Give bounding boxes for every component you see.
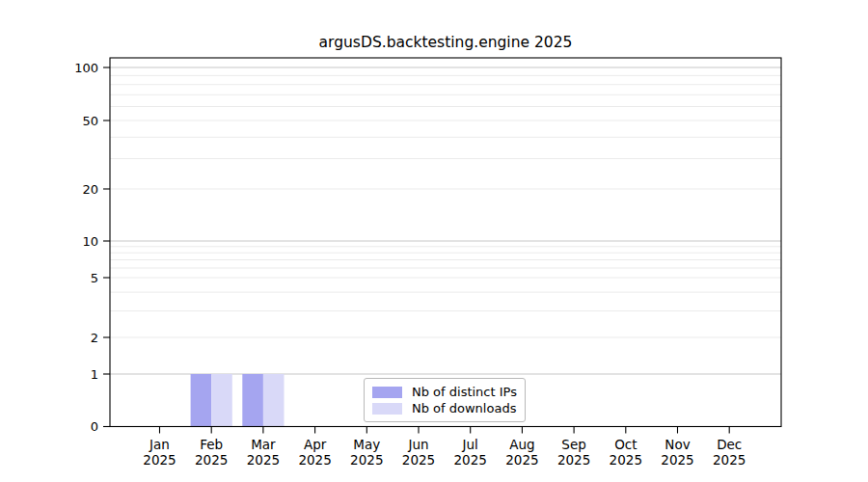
y-gridlines — [110, 67, 781, 374]
y-tick-label-5: 5 — [91, 271, 98, 285]
x-tick-label-jun-2025: Jun2025 — [402, 437, 435, 468]
legend-label-downloads: Nb of downloads — [412, 401, 516, 415]
legend-swatch-downloads — [372, 403, 402, 415]
x-tick-label-apr-2025: Apr2025 — [298, 437, 331, 468]
bars — [191, 374, 285, 427]
y-tick-label-100: 100 — [74, 61, 98, 75]
x-tick-label-oct-2025: Oct2025 — [610, 437, 642, 468]
y-tick-label-0: 0 — [91, 419, 98, 434]
legend-label-distinct-ips: Nb of distinct IPs — [412, 385, 517, 399]
bar-mar-downloads — [263, 374, 285, 427]
x-tick-label-nov-2025: Nov2025 — [661, 437, 693, 468]
x-tick-label-jan-2025: Jan2025 — [143, 437, 176, 468]
bar-mar-distinct-ips — [242, 374, 263, 427]
x-tick-label-aug-2025: Aug2025 — [505, 437, 538, 468]
bar-feb-downloads — [211, 374, 232, 427]
x-axis: Jan2025Feb2025Mar2025Apr2025May2025Jun20… — [143, 427, 746, 469]
x-tick-label-may-2025: May2025 — [350, 437, 383, 468]
legend-item-distinct-ips: Nb of distinct IPs — [372, 385, 517, 399]
y-tick-label-10: 10 — [82, 234, 98, 249]
bar-feb-distinct-ips — [191, 374, 212, 427]
legend-item-downloads: Nb of downloads — [372, 401, 517, 415]
x-tick-label-dec-2025: Dec2025 — [713, 437, 746, 468]
y-tick-label-1: 1 — [91, 367, 98, 382]
y-tick-label-20: 20 — [82, 182, 98, 197]
x-tick-label-mar-2025: Mar2025 — [247, 437, 280, 468]
legend-swatch-distinct-ips — [372, 387, 402, 398]
chart-figure: argusDS.backtesting.engine 2025 01251020… — [0, 0, 868, 482]
y-tick-label-50: 50 — [82, 114, 98, 128]
y-tick-label-2: 2 — [91, 331, 98, 345]
legend: Nb of distinct IPs Nb of downloads — [364, 378, 526, 422]
x-tick-label-feb-2025: Feb2025 — [195, 437, 228, 468]
x-tick-label-sep-2025: Sep2025 — [557, 437, 590, 468]
y-axis: 0125102050100 — [74, 61, 110, 435]
plot-frame — [110, 58, 781, 427]
x-tick-label-jul-2025: Jul2025 — [454, 437, 487, 468]
